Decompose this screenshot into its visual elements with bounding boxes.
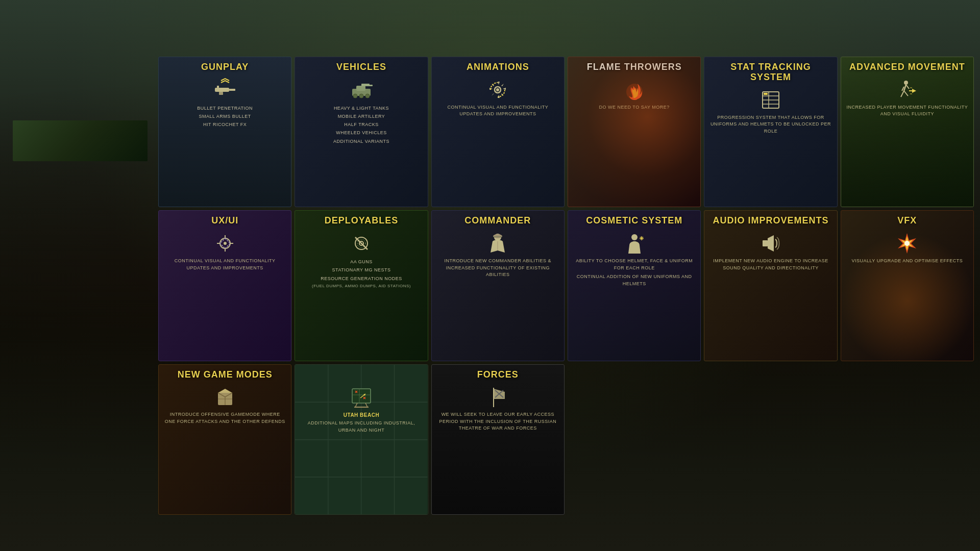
forces-icon <box>485 385 510 409</box>
ux-ui-title: UX/UI <box>211 216 238 226</box>
commander-title: COMMANDER <box>464 216 531 226</box>
svg-point-39 <box>224 242 227 245</box>
svg-point-18 <box>365 94 370 98</box>
flame-throwers-card: FLAME THROWERS DO WE NEED TO SAY MORE? <box>568 57 701 207</box>
cosmetic-system-card: COSMETIC SYSTEM ABILITY TO CHOOSE HELMET… <box>568 210 701 361</box>
svg-line-30 <box>901 91 904 97</box>
svg-rect-58 <box>763 240 768 246</box>
svg-marker-2 <box>13 128 148 161</box>
ux-ui-icon <box>213 231 237 256</box>
advanced-movement-icon <box>895 78 919 102</box>
maps-icon <box>349 385 374 409</box>
stat-tracking-icon <box>758 88 783 112</box>
svg-rect-9 <box>229 89 235 91</box>
vehicles-title: VEHICLES <box>336 62 386 72</box>
svg-rect-4 <box>20 136 22 146</box>
svg-rect-51 <box>494 236 502 237</box>
vfx-card: VFX VISUALLY UPGRADE AND OPTIMISE EFFECT… <box>841 210 974 361</box>
svg-rect-27 <box>764 93 768 95</box>
svg-rect-8 <box>215 88 229 92</box>
advanced-movement-card: ADVANCED MOVEMENT <box>841 57 974 207</box>
svg-line-31 <box>904 91 908 96</box>
cosmetic-text2: CONTINUAL ADDITION OF NEW UNIFORMS AND H… <box>573 273 695 287</box>
svg-line-85 <box>355 403 357 407</box>
audio-improvements-text: IMPLEMENT NEW AUDIO ENGINE TO INCREASE S… <box>709 258 831 271</box>
stat-tracking-text: PROGRESSION SYSTEM THAT ALLOWS FOR UNIFO… <box>709 114 831 135</box>
vehicles-list: HEAVY & LIGHT TANKS MOBILE ARTILLERY HAL… <box>333 104 389 145</box>
svg-rect-13 <box>356 86 365 91</box>
commander-card: COMMANDER INTRODUCE NEW COMMANDER ABILIT… <box>431 210 565 361</box>
commander-icon <box>485 231 510 256</box>
svg-point-62 <box>904 241 910 246</box>
animations-card: ANIMATIONS CONTINUAL <box>431 57 565 207</box>
svg-marker-64 <box>218 389 232 393</box>
cosmetic-text: ABILITY TO CHOOSE HELMET, FACE & UNIFORM… <box>573 258 695 271</box>
forces-title: FORCES <box>477 370 519 380</box>
svg-point-17 <box>359 94 363 98</box>
vfx-icon <box>895 231 919 256</box>
animations-title: ANIMATIONS <box>467 62 529 72</box>
ux-ui-card: UX/UI CONTINUAL VISUAL AND FUNCTIONALITY… <box>158 210 291 361</box>
svg-point-28 <box>904 81 908 85</box>
advanced-movement-text: INCREASED PLAYER MOVEMENT FUNCTIONALITY … <box>846 104 968 118</box>
flame-throwers-text: DO WE NEED TO SAY MORE? <box>599 104 669 111</box>
svg-rect-15 <box>369 85 373 86</box>
gunplay-list: BULLET PENETRATION SMALL ARMS BULLET HIT… <box>197 104 253 129</box>
maps-subtitle: UTAH BEACH ADDITIONAL MAPS INCLUDING IND… <box>300 411 422 434</box>
deployables-list: AA GUNS STATIONARY MG NESTS RESOURCE GEN… <box>312 258 411 290</box>
vehicles-icon <box>349 78 374 102</box>
vfx-text: VISUALLY UPGRADE AND OPTIMISE EFFECTS <box>851 258 963 265</box>
deployables-title: DEPLOYABLES <box>325 216 398 226</box>
svg-line-29 <box>904 85 906 91</box>
deployables-icon <box>349 231 374 256</box>
svg-rect-0 <box>13 120 148 161</box>
svg-point-53 <box>631 234 638 240</box>
animations-icon <box>485 78 510 102</box>
svg-rect-6 <box>132 133 134 146</box>
svg-marker-59 <box>768 235 774 252</box>
stat-tracking-title: STAT TRACKING SYSTEM <box>709 62 831 83</box>
cosmetic-system-title: COSMETIC SYSTEM <box>586 216 682 226</box>
new-game-modes-card: NEW GAME MODES INTRODUCE OFFENSIVE GAMEM… <box>158 364 291 515</box>
svg-point-16 <box>353 94 357 98</box>
cosmetic-icon <box>622 231 647 256</box>
svg-rect-11 <box>217 86 219 88</box>
advanced-movement-title: ADVANCED MOVEMENT <box>849 62 965 72</box>
utah-beach-image <box>13 120 148 161</box>
new-game-modes-title: NEW GAME MODES <box>178 370 273 380</box>
svg-rect-76 <box>352 389 371 403</box>
flame-icon <box>622 78 647 102</box>
svg-marker-3 <box>13 138 148 161</box>
gunplay-icon <box>213 78 237 102</box>
svg-marker-34 <box>912 89 916 93</box>
svg-marker-7 <box>129 126 135 137</box>
svg-line-86 <box>365 403 368 407</box>
svg-marker-5 <box>18 128 24 138</box>
gunplay-title: GUNPLAY <box>201 62 249 72</box>
new-game-modes-text: INTRODUCE OFFENSIVE GAMEMODE WHERE ONE F… <box>164 411 286 425</box>
svg-rect-1 <box>13 141 148 161</box>
animations-text: CONTINUAL VISUAL AND FUNCTIONALITY UPDAT… <box>437 104 559 118</box>
svg-point-20 <box>496 88 499 91</box>
svg-point-21 <box>626 84 643 100</box>
audio-improvements-title: AUDIO IMPROVEMENTS <box>713 216 828 226</box>
forces-text: WE WILL SEEK TO LEAVE OUR EARLY ACCESS P… <box>437 411 559 432</box>
svg-line-32 <box>906 85 909 89</box>
audio-icon <box>758 231 783 256</box>
audio-improvements-card: AUDIO IMPROVEMENTS IMPLEMENT NEW AUDIO E… <box>704 210 837 361</box>
gunplay-card: GUNPLAY BULLET PENETRATION SMALL ARMS BU… <box>158 57 291 207</box>
ux-ui-text: CONTINUAL VISUAL AND FUNCTIONALITY UPDAT… <box>164 258 286 271</box>
deployables-card: DEPLOYABLES AA GUNS STATIONARY MG NESTS … <box>295 210 428 361</box>
new-game-modes-icon <box>213 385 237 409</box>
svg-rect-14 <box>361 84 370 86</box>
maps-card: MAPS <box>295 364 428 515</box>
flame-throwers-title: FLAME THROWERS <box>587 62 682 72</box>
svg-rect-10 <box>219 92 223 95</box>
commander-text: INTRODUCE NEW COMMANDER ABILITIES & INCR… <box>437 258 559 279</box>
stat-tracking-card: STAT TRACKING SYSTEM PROGRESSION SYSTEM … <box>704 57 837 207</box>
forces-card: FORCES WE WILL SEEK TO LEAVE OUR EARLY A… <box>431 364 565 515</box>
vehicles-card: VEHICLES HEAVY & LIGHT TANKS MOBILE ARTI… <box>295 57 428 207</box>
main-container: EARLY ACCESS UPDATE ROADMAP HELL LET LOO… <box>0 0 980 551</box>
